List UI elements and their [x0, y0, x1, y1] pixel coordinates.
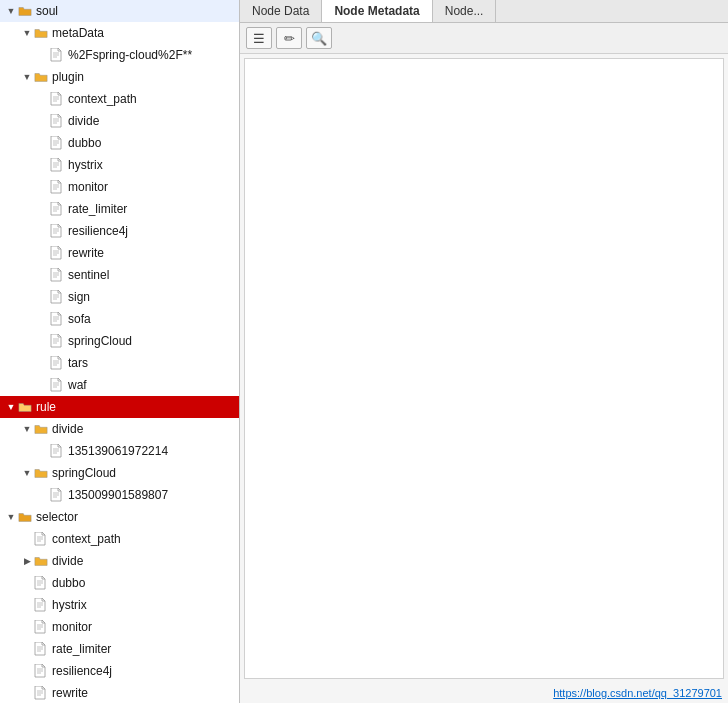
folder-icon-metaData	[34, 27, 50, 39]
tree-item-plugin[interactable]: ▼ plugin	[0, 66, 239, 88]
label-divide: divide	[68, 112, 99, 130]
tree-item-rewrite-plugin[interactable]: rewrite	[0, 242, 239, 264]
file-icon-waf	[50, 378, 66, 392]
tab-node-data[interactable]: Node Data	[240, 0, 322, 22]
file-icon-hystrix	[50, 158, 66, 172]
label-rule: rule	[36, 398, 56, 416]
label-sign: sign	[68, 288, 90, 306]
file-icon-sel-dubbo	[34, 576, 50, 590]
tree-item-rule-springCloud[interactable]: ▼ springCloud	[0, 462, 239, 484]
toggle-selector[interactable]: ▼	[4, 508, 18, 526]
label-rule-springCloud: springCloud	[52, 464, 116, 482]
file-icon-sel-rewrite	[34, 686, 50, 700]
folder-icon-rule	[18, 401, 34, 413]
tree-item-soul[interactable]: ▼ soul	[0, 0, 239, 22]
file-icon-tars	[50, 356, 66, 370]
tree-item-rule-divide-id1[interactable]: 135139061972214	[0, 440, 239, 462]
label-rate_limiter: rate_limiter	[68, 200, 127, 218]
file-icon-rule-divide-id1	[50, 444, 66, 458]
tree-item-sel-dubbo[interactable]: dubbo	[0, 572, 239, 594]
label-resilience4j: resilience4j	[68, 222, 128, 240]
list-tool-button[interactable]: ☰	[246, 27, 272, 49]
label-spring-cloud: %2Fspring-cloud%2F**	[68, 46, 192, 64]
tree-item-rule-divide[interactable]: ▼ divide	[0, 418, 239, 440]
label-sel-hystrix: hystrix	[52, 596, 87, 614]
label-context_path: context_path	[68, 90, 137, 108]
toggle-rule[interactable]: ▼	[4, 398, 18, 416]
file-icon-rate_limiter	[50, 202, 66, 216]
folder-icon-selector	[18, 511, 34, 523]
file-icon-sofa	[50, 312, 66, 326]
tree-item-hystrix[interactable]: hystrix	[0, 154, 239, 176]
label-sel-rate_limiter: rate_limiter	[52, 640, 111, 658]
tree-item-metaData[interactable]: ▼ metaData	[0, 22, 239, 44]
tree-item-sel-hystrix[interactable]: hystrix	[0, 594, 239, 616]
label-sofa: sofa	[68, 310, 91, 328]
tree-item-sel-resilience4j[interactable]: resilience4j	[0, 660, 239, 682]
label-soul: soul	[36, 2, 58, 20]
tree-item-resilience4j[interactable]: resilience4j	[0, 220, 239, 242]
file-icon-sel-hystrix	[34, 598, 50, 612]
edit-tool-button[interactable]: ✏	[276, 27, 302, 49]
file-icon-sentinel	[50, 268, 66, 282]
tree-item-selector[interactable]: ▼ selector	[0, 506, 239, 528]
label-waf: waf	[68, 376, 87, 394]
toggle-soul[interactable]: ▼	[4, 2, 18, 20]
folder-icon-sel-divide	[34, 555, 50, 567]
tree-item-sel-monitor[interactable]: monitor	[0, 616, 239, 638]
tabs-bar: Node Data Node Metadata Node...	[240, 0, 728, 23]
file-icon-sel-context_path	[34, 532, 50, 546]
tree-item-sel-divide[interactable]: ▶ divide	[0, 550, 239, 572]
tree-item-tars[interactable]: tars	[0, 352, 239, 374]
label-selector: selector	[36, 508, 78, 526]
tab-node-metadata[interactable]: Node Metadata	[322, 0, 432, 22]
tab-node-extra[interactable]: Node...	[433, 0, 497, 22]
tree-item-rule-springCloud-id1[interactable]: 135009901589807	[0, 484, 239, 506]
watermark: https://blog.csdn.net/qq_31279701	[553, 687, 722, 699]
file-icon-rewrite-plugin	[50, 246, 66, 260]
label-rule-springCloud-id1: 135009901589807	[68, 486, 168, 504]
toggle-rule-divide[interactable]: ▼	[20, 420, 34, 438]
content-area	[244, 58, 724, 679]
toggle-plugin[interactable]: ▼	[20, 68, 34, 86]
tree-item-sofa[interactable]: sofa	[0, 308, 239, 330]
tree-item-sel-rewrite[interactable]: rewrite	[0, 682, 239, 703]
label-hystrix: hystrix	[68, 156, 103, 174]
toolbar-bar: ☰ ✏ 🔍	[240, 23, 728, 54]
folder-icon-rule-springCloud	[34, 467, 50, 479]
toggle-sel-divide[interactable]: ▶	[20, 552, 34, 570]
tree-item-divide[interactable]: divide	[0, 110, 239, 132]
file-icon-sign	[50, 290, 66, 304]
label-sel-rewrite: rewrite	[52, 684, 88, 702]
tree-item-waf[interactable]: waf	[0, 374, 239, 396]
tree-panel[interactable]: ▼ soul▼ metaData %2Fspring-cloud%2F**▼ p…	[0, 0, 240, 703]
label-rule-divide-id1: 135139061972214	[68, 442, 168, 460]
folder-icon-soul	[18, 5, 34, 17]
file-icon-springCloud	[50, 334, 66, 348]
tree-item-context_path[interactable]: context_path	[0, 88, 239, 110]
tree-item-rate_limiter[interactable]: rate_limiter	[0, 198, 239, 220]
tree-item-monitor[interactable]: monitor	[0, 176, 239, 198]
tree-item-sel-rate_limiter[interactable]: rate_limiter	[0, 638, 239, 660]
search-tool-button[interactable]: 🔍	[306, 27, 332, 49]
file-icon-dubbo	[50, 136, 66, 150]
tree-item-springCloud[interactable]: springCloud	[0, 330, 239, 352]
tree-item-sentinel[interactable]: sentinel	[0, 264, 239, 286]
label-sel-monitor: monitor	[52, 618, 92, 636]
tree-item-sign[interactable]: sign	[0, 286, 239, 308]
label-sel-dubbo: dubbo	[52, 574, 85, 592]
label-metaData: metaData	[52, 24, 104, 42]
file-icon-spring-cloud	[50, 48, 66, 62]
tree-item-dubbo[interactable]: dubbo	[0, 132, 239, 154]
label-springCloud: springCloud	[68, 332, 132, 350]
right-panel: Node Data Node Metadata Node... ☰ ✏ 🔍 ht…	[240, 0, 728, 703]
label-tars: tars	[68, 354, 88, 372]
tree-item-sel-context_path[interactable]: context_path	[0, 528, 239, 550]
tree-item-spring-cloud[interactable]: %2Fspring-cloud%2F**	[0, 44, 239, 66]
file-icon-sel-monitor	[34, 620, 50, 634]
toggle-rule-springCloud[interactable]: ▼	[20, 464, 34, 482]
file-icon-sel-rate_limiter	[34, 642, 50, 656]
tree-item-rule[interactable]: ▼ rule	[0, 396, 239, 418]
file-icon-resilience4j	[50, 224, 66, 238]
toggle-metaData[interactable]: ▼	[20, 24, 34, 42]
